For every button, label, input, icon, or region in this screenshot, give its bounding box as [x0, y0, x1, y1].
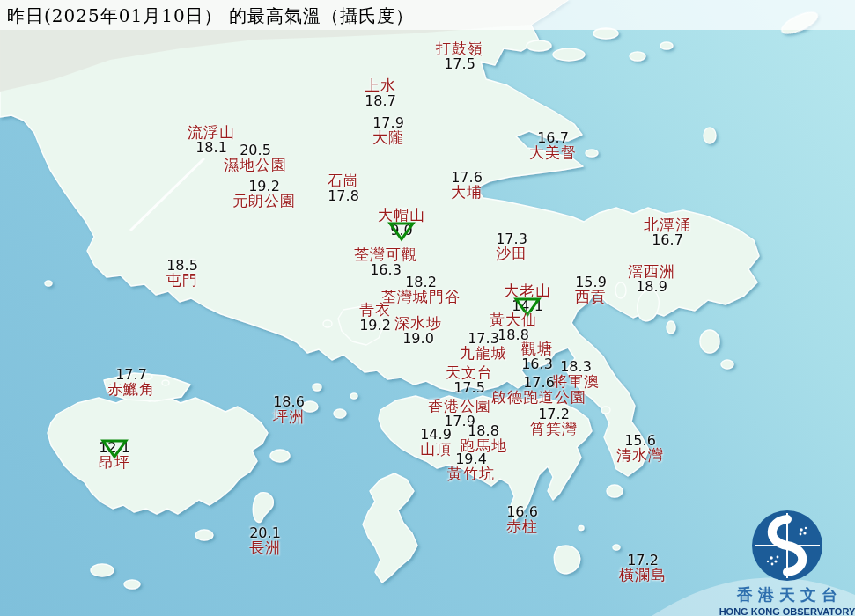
station-name: 打鼓嶺 — [436, 41, 483, 56]
station-name: 荃灣城門谷 — [381, 290, 461, 304]
station-name: 赤柱 — [506, 519, 538, 534]
station-value: 18.8 — [468, 422, 499, 439]
station-name: 九龍城 — [460, 346, 507, 361]
station: 15.9西貢 — [575, 275, 607, 304]
station: 上水18.7 — [365, 78, 396, 108]
station: 青衣19.2 — [359, 303, 391, 333]
station-name: 黃竹坑 — [447, 466, 495, 481]
station-name: 黃大仙 — [490, 312, 537, 327]
station-value: 18.6 — [273, 393, 305, 410]
station-value: 17.5 — [453, 379, 485, 396]
station-value-wrap: 16.6 — [506, 504, 538, 519]
station-name: 大隴 — [372, 130, 404, 145]
station-value-wrap: 17.2 — [538, 407, 570, 422]
station-value: 19.2 — [359, 317, 391, 334]
station-value-wrap: 18.9 — [636, 279, 667, 294]
station-value-wrap: 17.5 — [453, 380, 485, 395]
station: 20.1長洲 — [249, 525, 281, 555]
station-name: 清水灣 — [616, 448, 664, 463]
station: 20.5濕地公園 — [224, 143, 287, 172]
station-value-wrap: 12.1 — [99, 440, 130, 455]
station-value: 18.2 — [405, 274, 437, 290]
station: 17.2筲箕灣 — [530, 407, 578, 436]
station-value-wrap: 18.8 — [468, 423, 499, 438]
station-value-wrap: 18.2 — [405, 275, 437, 290]
station: 17.6大埔 — [451, 170, 483, 200]
hko-logo-name-en: HONG KONG OBSERVATORY — [719, 606, 855, 616]
station: 大帽山9.0 — [378, 208, 425, 238]
station-value: 18.5 — [166, 257, 198, 274]
station-value: 17.5 — [444, 55, 475, 72]
station-value: 16.3 — [521, 356, 553, 372]
station-value: 17.7 — [115, 366, 147, 383]
station-name: 橫瀾島 — [619, 568, 667, 583]
station-name: 流浮山 — [188, 125, 235, 140]
station-value: 19.0 — [402, 330, 434, 347]
station: 19.4黃竹坑 — [447, 451, 495, 481]
station-name: 深水埗 — [394, 316, 442, 331]
station-value: 15.9 — [575, 274, 607, 290]
station-value: 17.6 — [523, 374, 555, 391]
station-value-wrap: 17.3 — [468, 331, 499, 346]
station-value-wrap: 19.4 — [455, 451, 487, 466]
station-value-wrap: 15.6 — [624, 433, 656, 448]
station-value-wrap: 17.3 — [496, 231, 527, 246]
station-name: 西貢 — [575, 290, 607, 304]
station: 17.7赤鱲角 — [107, 367, 155, 397]
station-value: 17.8 — [328, 187, 359, 204]
station: 16.6赤柱 — [506, 504, 538, 534]
station-value-wrap: 16.7 — [537, 130, 569, 145]
station-value-wrap: 20.5 — [240, 143, 271, 158]
station: 17.6啟德跑道公園 — [491, 375, 586, 405]
station-name: 荃灣可觀 — [354, 247, 417, 262]
station: 18.6坪洲 — [273, 394, 305, 424]
hko-logo: 香港天文台 HONG KONG OBSERVATORY — [719, 509, 855, 616]
station-value: 18.9 — [636, 278, 667, 295]
station-value-wrap: 9.0 — [390, 223, 412, 238]
station-value: 17.9 — [372, 114, 404, 131]
station-value-wrap: 15.9 — [575, 275, 607, 290]
station: 12.1昂坪 — [99, 440, 130, 470]
station-name: 坪洲 — [273, 409, 305, 424]
station-value: 18.7 — [365, 92, 396, 109]
station-value: 17.3 — [496, 231, 527, 247]
station-name: 上水 — [365, 78, 396, 93]
station-name: 長洲 — [249, 540, 281, 555]
station-name: 赤鱲角 — [107, 382, 155, 397]
station-value: 17.6 — [451, 169, 483, 186]
station: 大老山14.1 — [504, 283, 551, 313]
station: 荃灣可觀16.3 — [354, 247, 417, 277]
station-name: 濕地公園 — [224, 158, 287, 172]
station: 15.6清水灣 — [616, 433, 664, 463]
station-value-wrap: 19.2 — [248, 179, 280, 194]
station-value: 20.1 — [249, 524, 281, 541]
station-value-wrap: 18.6 — [273, 394, 305, 409]
station-value-wrap: 16.7 — [652, 232, 683, 247]
station-name: 大美督 — [529, 145, 577, 160]
station: 18.2荃灣城門谷 — [381, 275, 461, 304]
station-value: 16.7 — [537, 129, 569, 146]
hko-logo-icon — [750, 509, 824, 583]
station: 天文台17.5 — [446, 365, 493, 395]
hko-max-temp-map: 昨日(2025年01月10日） 的最高氣溫（攝氏度） 打鼓嶺17.5上水18.7… — [0, 0, 855, 616]
station-value-wrap: 17.9 — [372, 115, 404, 130]
station-name: 大帽山 — [378, 208, 425, 223]
station-value: 19.4 — [455, 451, 487, 467]
station-name: 香港公園 — [428, 399, 491, 414]
station-value-wrap: 20.1 — [249, 525, 281, 540]
station-name: 元朗公園 — [232, 194, 296, 209]
station-value-wrap: 17.2 — [627, 553, 659, 568]
station: 北潭涌16.7 — [644, 217, 691, 247]
station-value-wrap: 16.3 — [521, 356, 553, 371]
station-name: 大埔 — [451, 185, 483, 200]
station-value-wrap: 18.3 — [560, 359, 592, 374]
station-name: 天文台 — [446, 365, 493, 380]
station-value: 20.5 — [240, 142, 271, 158]
station-value: 17.2 — [627, 552, 659, 568]
station-value: 16.7 — [652, 231, 683, 248]
station-name: 筲箕灣 — [530, 422, 578, 436]
station-name: 北潭涌 — [644, 217, 691, 232]
station: 17.9大隴 — [372, 115, 404, 145]
station-value-wrap: 14.9 — [420, 427, 452, 442]
station: 打鼓嶺17.5 — [436, 41, 483, 71]
